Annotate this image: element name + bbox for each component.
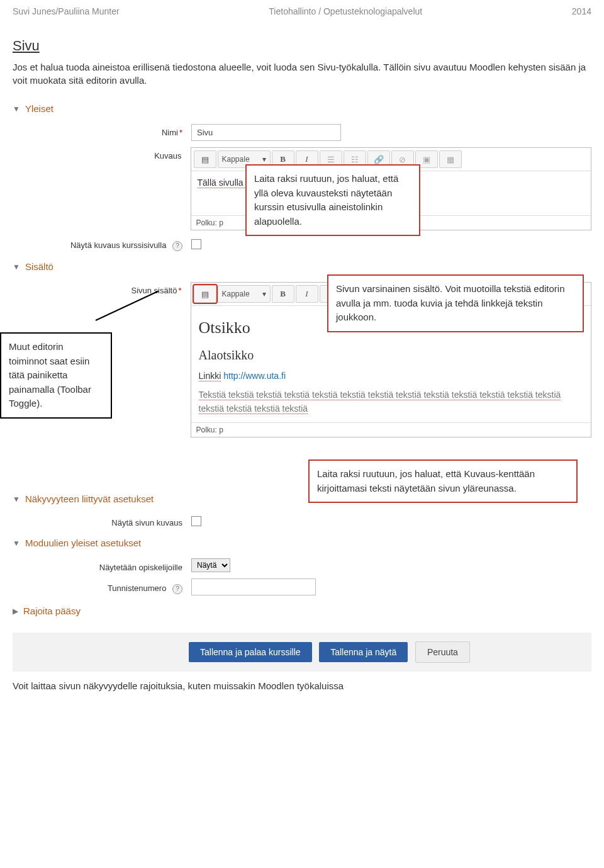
toolbar-toggle-icon[interactable]: ▤ xyxy=(194,285,216,303)
caret-down-icon: ▼ xyxy=(13,539,20,548)
label-show-to-students: Näytetään opiskelijoille xyxy=(50,559,191,572)
label-page-content: Sivun sisältö* xyxy=(50,282,191,295)
path-value: p xyxy=(219,218,223,227)
save-display-button[interactable]: Tallenna ja näytä xyxy=(319,642,408,662)
media-icon[interactable]: ▦ xyxy=(439,150,462,168)
callout-toolbar-toggle: Muut editorin toiminnot saat esiin tätä … xyxy=(0,332,112,419)
header-left: Suvi Junes/Pauliina Munter xyxy=(13,6,120,16)
path-value: p xyxy=(219,426,223,434)
callout-show-page-desc: Laita raksi ruutuun, jos haluat, että Ku… xyxy=(308,459,578,503)
cancel-button[interactable]: Peruuta xyxy=(415,641,470,663)
section-content[interactable]: ▼ Sisältö xyxy=(13,257,591,276)
caret-down-icon: ▼ xyxy=(13,262,20,271)
toolbar-toggle-icon[interactable]: ▤ xyxy=(194,150,216,168)
label-show-description: Näytä kuvaus kurssisivulla ? xyxy=(50,237,191,251)
content-body-text[interactable]: Tekstiä tekstiä tekstiä tekstiä tekstiä … xyxy=(199,390,561,414)
content-link-url[interactable]: http://www.uta.fi xyxy=(223,371,286,381)
header-center: Tietohallinto / Opetusteknologiapalvelut xyxy=(269,6,422,16)
header-right: 2014 xyxy=(572,6,591,16)
path-label: Polku: xyxy=(196,218,217,227)
callout-show-description: Laita raksi ruutuun, jos haluat, että yl… xyxy=(245,164,420,236)
show-description-checkbox[interactable] xyxy=(191,239,201,249)
help-icon[interactable]: ? xyxy=(172,584,182,594)
section-general[interactable]: ▼ Yleiset xyxy=(13,99,591,118)
section-restrict-title: Rajoita pääsy xyxy=(23,606,81,616)
caret-down-icon: ▼ xyxy=(13,104,20,113)
help-icon[interactable]: ? xyxy=(172,241,182,251)
footer-note: Voit laittaa sivun näkyvyydelle rajoituk… xyxy=(13,672,591,691)
page-header: Suvi Junes/Pauliina Munter Tietohallinto… xyxy=(0,0,604,19)
section-common-title: Moduulien yleiset asetukset xyxy=(25,538,141,548)
form-actions: Tallenna ja palaa kurssille Tallenna ja … xyxy=(13,633,591,672)
section-content-title: Sisältö xyxy=(25,261,53,272)
section-restrict[interactable]: ▶ Rajoita pääsy xyxy=(13,602,591,620)
label-name: Nimi* xyxy=(50,124,191,137)
document-intro: Jos et halua tuoda aineistoa erillisenä … xyxy=(13,60,591,87)
caret-right-icon: ▶ xyxy=(13,607,18,616)
paragraph-style-select[interactable]: Kappale▾ xyxy=(218,285,271,303)
idnumber-field[interactable] xyxy=(191,578,316,595)
document-heading: Sivu xyxy=(13,38,591,54)
content-link-label: Linkki xyxy=(199,371,221,381)
label-show-page-desc: Näytä sivun kuvaus xyxy=(50,514,191,527)
italic-icon[interactable]: I xyxy=(296,285,318,303)
path-label: Polku: xyxy=(196,426,217,434)
section-general-title: Yleiset xyxy=(25,103,53,114)
section-common[interactable]: ▼ Moduulien yleiset asetukset xyxy=(13,534,591,552)
section-appearance-title: Näkyvyyteen liittyvät asetukset xyxy=(25,493,154,504)
label-idnumber: Tunnistenumero ? xyxy=(50,580,191,594)
save-return-button[interactable]: Tallenna ja palaa kurssille xyxy=(189,642,312,662)
name-field[interactable] xyxy=(191,124,341,141)
caret-down-icon: ▼ xyxy=(13,495,20,504)
content-heading2[interactable]: Alaotsikko xyxy=(199,345,583,365)
callout-page-content: Sivun varsinainen sisältö. Voit muotoill… xyxy=(327,274,584,332)
show-page-desc-checkbox[interactable] xyxy=(191,516,201,526)
bold-icon[interactable]: B xyxy=(272,285,294,303)
visibility-select[interactable]: Näytä xyxy=(191,558,230,572)
label-description: Kuvaus xyxy=(50,147,191,161)
